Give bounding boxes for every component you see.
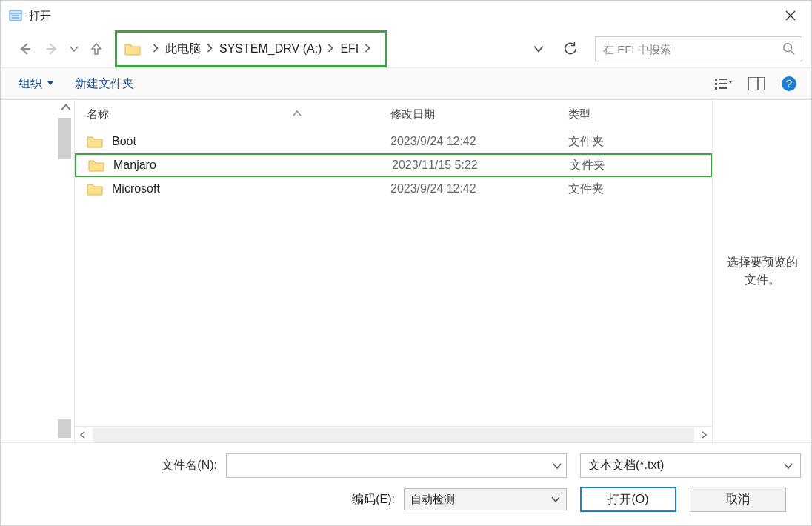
- tree-scrollbar-thumb[interactable]: [58, 118, 71, 159]
- preview-placeholder: 选择要预览的文件。: [722, 253, 802, 289]
- organize-label: 组织: [19, 76, 42, 92]
- column-name[interactable]: 名称: [87, 107, 390, 121]
- chevron-down-icon: [47, 80, 54, 87]
- forward-button[interactable]: [41, 38, 63, 60]
- search-input[interactable]: [602, 42, 782, 56]
- preview-pane: 选择要预览的文件。: [712, 100, 811, 442]
- refresh-button[interactable]: [558, 36, 583, 61]
- chevron-right-icon: [153, 44, 159, 55]
- file-row[interactable]: Microsoft2023/9/24 12:42文件夹: [75, 177, 712, 201]
- file-list: 名称 修改日期 类型 Boot2023/9/24 12:42文件夹Manjaro…: [75, 100, 712, 442]
- up-button[interactable]: [85, 38, 107, 60]
- list-body: Boot2023/9/24 12:42文件夹Manjaro2023/11/15 …: [75, 128, 712, 426]
- folder-icon: [87, 182, 103, 196]
- file-type: 文件夹: [570, 158, 710, 173]
- chevron-down-icon: [784, 462, 793, 470]
- chevron-down-icon: [551, 495, 560, 504]
- svg-rect-16: [748, 77, 765, 90]
- encoding-select[interactable]: 自动检测: [404, 488, 567, 510]
- file-date: 2023/9/24 12:42: [390, 135, 568, 148]
- titlebar: 打开: [1, 1, 811, 30]
- file-row[interactable]: Manjaro2023/11/15 5:22文件夹: [75, 153, 712, 177]
- organize-button[interactable]: 组织: [19, 76, 54, 92]
- folder-icon: [124, 42, 141, 56]
- filename-field[interactable]: [226, 453, 567, 478]
- filename-label: 文件名(N):: [11, 458, 226, 473]
- main-area: 名称 修改日期 类型 Boot2023/9/24 12:42文件夹Manjaro…: [1, 100, 811, 442]
- column-date[interactable]: 修改日期: [390, 107, 568, 121]
- file-name: Microsoft: [112, 182, 160, 196]
- chevron-right-icon: [207, 44, 213, 55]
- recent-dropdown[interactable]: [67, 38, 81, 60]
- crumb-folder[interactable]: EFI: [340, 42, 359, 56]
- bottom-panel: 文件名(N): 文本文档(*.txt) 编码(E): 自动检测 打开(O) 取消: [1, 442, 811, 525]
- file-date: 2023/9/24 12:42: [390, 182, 568, 196]
- scroll-left-icon[interactable]: [75, 427, 91, 443]
- file-type-filter[interactable]: 文本文档(*.txt): [580, 453, 801, 478]
- back-button[interactable]: [14, 38, 36, 60]
- file-type: 文件夹: [568, 182, 712, 197]
- new-folder-button[interactable]: 新建文件夹: [75, 76, 134, 92]
- column-type[interactable]: 类型: [568, 107, 712, 121]
- open-label: 打开(O): [608, 492, 648, 507]
- tree-scrollbar-thumb[interactable]: [58, 419, 71, 438]
- search-box[interactable]: [595, 36, 802, 61]
- window-title: 打开: [29, 9, 770, 23]
- new-folder-label: 新建文件夹: [75, 76, 134, 92]
- nav-row: 此电脑 SYSTEM_DRV (A:) EFI: [1, 30, 811, 67]
- svg-rect-12: [715, 87, 717, 90]
- toolbar: 组织 新建文件夹 ?: [1, 67, 811, 100]
- folder-icon: [87, 135, 103, 148]
- column-headers: 名称 修改日期 类型: [75, 100, 712, 128]
- scroll-right-icon[interactable]: [696, 427, 712, 443]
- close-button[interactable]: [770, 1, 811, 30]
- address-bar-tail[interactable]: [391, 36, 550, 61]
- help-button[interactable]: ?: [774, 72, 804, 96]
- chevron-right-icon: [327, 44, 334, 55]
- open-button[interactable]: 打开(O): [580, 487, 676, 512]
- view-mode-button[interactable]: [709, 72, 739, 96]
- crumb-this-pc[interactable]: 此电脑: [165, 41, 201, 57]
- file-type: 文件夹: [568, 134, 712, 150]
- chevron-down-icon: [533, 44, 544, 54]
- preview-pane-button[interactable]: [742, 72, 771, 96]
- file-name: Boot: [112, 135, 136, 148]
- svg-line-9: [791, 51, 795, 55]
- file-name: Manjaro: [113, 159, 156, 172]
- filter-label: 文本文档(*.txt): [588, 458, 664, 473]
- cancel-label: 取消: [726, 492, 750, 507]
- search-icon: [782, 42, 796, 56]
- open-dialog: 打开 此电脑 SYSTEM_DRV: [0, 0, 812, 526]
- file-row[interactable]: Boot2023/9/24 12:42文件夹: [75, 130, 712, 153]
- col-name-label: 名称: [87, 107, 109, 121]
- sort-indicator-icon: [293, 110, 302, 119]
- crumb-drive[interactable]: SYSTEM_DRV (A:): [219, 42, 322, 56]
- chevron-right-icon: [365, 44, 371, 55]
- horizontal-scrollbar[interactable]: [75, 426, 712, 442]
- folder-icon: [88, 159, 104, 172]
- cancel-button[interactable]: 取消: [690, 487, 786, 512]
- nav-tree[interactable]: [1, 100, 75, 442]
- chevron-up-icon[interactable]: [61, 103, 71, 113]
- encoding-label: 编码(E):: [11, 492, 404, 507]
- svg-text:?: ?: [786, 77, 792, 90]
- svg-rect-10: [715, 79, 717, 81]
- svg-rect-11: [715, 83, 717, 85]
- svg-point-8: [784, 44, 792, 52]
- breadcrumb[interactable]: 此电脑 SYSTEM_DRV (A:) EFI: [115, 30, 387, 67]
- chevron-down-icon[interactable]: [553, 462, 562, 470]
- encoding-value: 自动检测: [410, 493, 455, 507]
- filename-input[interactable]: [231, 459, 553, 473]
- file-date: 2023/11/15 5:22: [392, 159, 570, 172]
- scroll-track[interactable]: [93, 428, 694, 442]
- app-icon: [8, 8, 23, 23]
